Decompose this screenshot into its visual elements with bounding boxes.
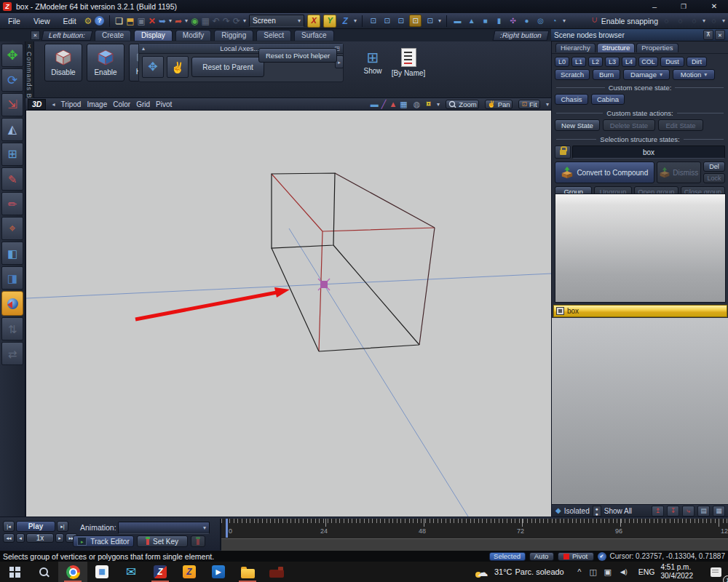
primitive-cylinder-icon[interactable]: ▮: [494, 15, 505, 26]
settings-gear-icon[interactable]: ⚙: [84, 17, 92, 25]
viewport-menu-color[interactable]: Color: [113, 100, 130, 108]
viewport-back-icon[interactable]: ◂: [52, 101, 55, 108]
snap-dropdown-icon[interactable]: ▾: [703, 17, 705, 24]
damage-dropdown[interactable]: Damage ▾: [623, 69, 670, 80]
taskbar-zmodeler-button[interactable]: Z: [146, 562, 175, 582]
axis-z-button[interactable]: Z: [339, 15, 351, 27]
local-axes-tool-icon[interactable]: ✥: [142, 56, 164, 78]
viewport-menu-grid[interactable]: Grid: [136, 100, 150, 108]
mirror-tool-button[interactable]: ◭: [1, 118, 23, 141]
level-l1-button[interactable]: L1: [571, 57, 586, 67]
fit-button[interactable]: ⊡ Fit: [518, 100, 540, 109]
viewport-menu-tripod[interactable]: Tripod: [60, 100, 81, 108]
weather-cloud-icon[interactable]: ☁: [474, 567, 491, 578]
selection-name-field[interactable]: box: [572, 146, 725, 159]
menu-file[interactable]: File: [3, 17, 25, 25]
axis-y-button[interactable]: Y: [323, 15, 336, 28]
web-globe-icon[interactable]: ◉: [191, 17, 198, 25]
del-button[interactable]: Del: [703, 162, 725, 172]
clock[interactable]: 4:51 p.m. 30/4/2022: [661, 563, 694, 581]
primitive-torus-icon[interactable]: ◎: [535, 15, 546, 26]
lock-button[interactable]: Lock: [703, 173, 725, 183]
show-all-toggle[interactable]: Show All: [604, 507, 632, 515]
level-dirt-button[interactable]: Dirt: [687, 57, 707, 67]
redo-icon[interactable]: ↷: [223, 17, 230, 25]
taskbar-mail-button[interactable]: ✉: [116, 562, 146, 582]
panel-close-icon[interactable]: ✕: [715, 30, 725, 40]
tab-surface[interactable]: Surface: [294, 30, 333, 41]
snap-vertex-icon[interactable]: ◌: [661, 15, 672, 26]
minimize-button[interactable]: –: [642, 0, 667, 13]
taskbar-weather-text[interactable]: Parc. soleado: [515, 567, 563, 576]
taskbar-explorer-button[interactable]: [233, 562, 262, 582]
shading-flat-icon[interactable]: ▬: [371, 100, 379, 108]
by-name-button[interactable]: [By Name]: [389, 44, 427, 81]
enable-snapping-toggle[interactable]: Enable snapping: [601, 17, 658, 25]
lamp-icon[interactable]: ◍: [414, 100, 421, 108]
selection-lock-icon[interactable]: [555, 146, 571, 159]
undo-icon[interactable]: ↶: [213, 17, 220, 25]
motion-dropdown[interactable]: Motion ▾: [673, 69, 715, 80]
scratch-button[interactable]: Scratch: [555, 69, 590, 80]
panel-pin-icon[interactable]: ⊼: [703, 30, 713, 40]
surface-tool-button-active[interactable]: [1, 291, 23, 316]
level-l0-button[interactable]: L0: [555, 57, 569, 67]
axis-dropdown-icon[interactable]: ▾: [354, 17, 357, 24]
play-button[interactable]: Play: [16, 521, 55, 532]
shading-textured-icon[interactable]: ▦: [400, 100, 407, 108]
snap-edge-icon[interactable]: ◌: [675, 15, 686, 26]
mode-selection-icon[interactable]: ⊡: [424, 15, 435, 26]
level-l4-button[interactable]: L4: [622, 57, 636, 67]
go-first-frame-button[interactable]: |◂: [3, 521, 15, 532]
new-state-button[interactable]: New State: [555, 119, 600, 131]
level-dust-button[interactable]: Dust: [660, 57, 684, 67]
timeline-track[interactable]: [221, 538, 728, 551]
show-button[interactable]: ⊞ Show: [360, 44, 385, 81]
taskbar-chrome-button[interactable]: [58, 562, 87, 582]
align-tool-button[interactable]: ⇄: [1, 342, 23, 365]
mode-dropdown-icon[interactable]: ▾: [438, 17, 441, 24]
primitive-sphere-icon[interactable]: ●: [521, 15, 532, 26]
snap-face-icon[interactable]: ◌: [689, 15, 700, 26]
viewport-menu-image[interactable]: Image: [87, 100, 107, 108]
tab-select[interactable]: Select: [256, 30, 291, 41]
lighting-dropdown-icon[interactable]: ▾: [437, 101, 440, 108]
delete-part-tool-button[interactable]: ⌖: [1, 217, 23, 240]
taskbar-zapp-button[interactable]: Z: [175, 562, 204, 582]
collapse-list-icon[interactable]: ▦: [713, 506, 725, 517]
shading-wire-icon[interactable]: ╱: [381, 100, 387, 108]
next-frame-button[interactable]: ▸: [55, 533, 64, 543]
primitive-plane-icon[interactable]: ▬: [452, 15, 463, 26]
key-options-button[interactable]: [191, 535, 205, 547]
menu-view[interactable]: View: [28, 17, 55, 25]
prev-frame-button[interactable]: ◂: [16, 533, 25, 543]
axis-x-button[interactable]: X: [307, 15, 320, 28]
taskbar-temperature[interactable]: 31°C: [494, 567, 513, 576]
reset-to-pivot-helper-button[interactable]: Reset to Pivot helper: [258, 48, 337, 63]
material-grid-icon[interactable]: ▦: [202, 17, 210, 25]
export-icon[interactable]: ➦: [175, 17, 182, 25]
scale-tool-button[interactable]: ⇲: [1, 93, 23, 116]
push-tool-button[interactable]: ⇅: [1, 317, 23, 340]
disable-button[interactable]: Disable: [44, 44, 82, 81]
zoom-button[interactable]: Zoom: [446, 100, 479, 109]
track-editor-button[interactable]: ▸ Track Editor: [73, 535, 134, 547]
show-all-toggle-icon[interactable]: ●●: [593, 506, 601, 517]
enable-button[interactable]: Enable: [87, 44, 124, 81]
primitive-dropdown-icon[interactable]: ▾: [563, 17, 566, 24]
import-icon[interactable]: ➥: [159, 17, 166, 25]
viewport-3d[interactable]: [25, 111, 551, 517]
level-l2-button[interactable]: L2: [588, 57, 603, 67]
detach-tool-button[interactable]: ◧: [1, 242, 23, 265]
burn-button[interactable]: Burn: [593, 69, 620, 80]
menu-edit[interactable]: Edit: [58, 17, 82, 25]
toolbar-overflow-icon[interactable]: ▾: [243, 17, 246, 24]
chasis-button[interactable]: Chasis: [555, 94, 588, 105]
open-folder-icon[interactable]: ⬒: [126, 17, 134, 25]
notification-center-button[interactable]: 1: [703, 562, 728, 582]
edit-uv-tool-button[interactable]: ✏: [1, 192, 23, 215]
primitive-cone-icon[interactable]: ▲: [466, 15, 477, 26]
edit-state-button[interactable]: Edit State: [658, 119, 703, 131]
tray-volume-icon[interactable]: ◀): [615, 569, 633, 575]
expand-list-icon[interactable]: ▤: [697, 506, 710, 517]
